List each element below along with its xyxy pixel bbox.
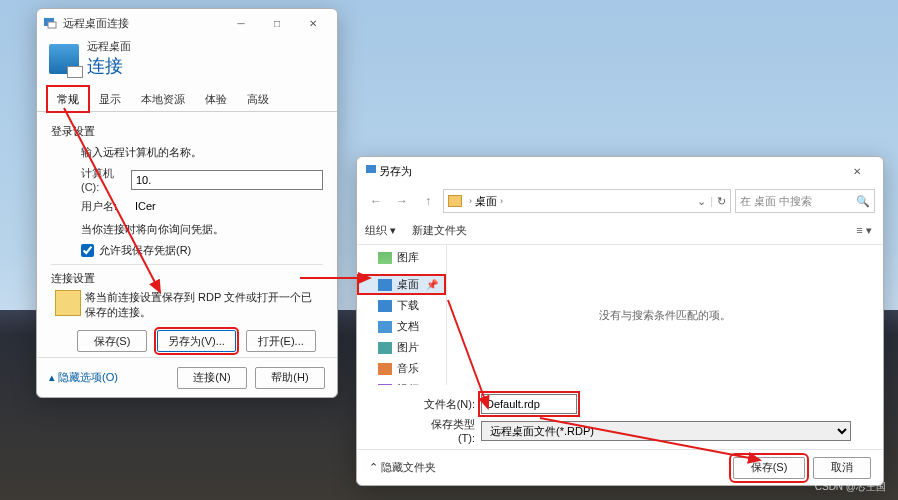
divider: [51, 264, 323, 265]
hide-options-toggle[interactable]: ▴ 隐藏选项(O): [49, 370, 169, 385]
rdp-logo-icon: [49, 44, 79, 74]
saveas-cancel-button[interactable]: 取消: [813, 457, 871, 479]
help-button[interactable]: 帮助(H): [255, 367, 325, 389]
login-section-label: 登录设置: [51, 124, 323, 139]
rdp-header: 远程桌面 连接: [37, 37, 337, 86]
sidebar-item-gallery[interactable]: 图库: [357, 247, 446, 268]
empty-message: 没有与搜索条件匹配的项。: [599, 308, 731, 323]
saveas-toolbar: 组织 ▾ 新建文件夹 ≡ ▾: [357, 217, 883, 245]
new-folder-button[interactable]: 新建文件夹: [412, 223, 467, 238]
saveas-save-button[interactable]: 保存(S): [733, 457, 805, 479]
save-cred-checkbox[interactable]: [81, 244, 94, 257]
folder-icon: [55, 290, 81, 316]
filetype-label: 保存类型(T):: [415, 417, 475, 444]
search-input[interactable]: 在 桌面 中搜索 🔍: [735, 189, 875, 213]
tab-general[interactable]: 常规: [47, 86, 89, 112]
saveas-file-list[interactable]: 没有与搜索条件匹配的项。: [447, 245, 883, 385]
rdp-tabs: 常规 显示 本地资源 体验 高级: [37, 86, 337, 112]
close-button[interactable]: ✕: [295, 11, 331, 35]
rdp-titlebar[interactable]: 远程桌面连接 ─ □ ✕: [37, 9, 337, 37]
chevron-down-icon[interactable]: ⌄: [697, 195, 706, 208]
filename-label: 文件名(N):: [415, 397, 475, 412]
tab-advanced[interactable]: 高级: [237, 86, 279, 112]
rdp-footer: ▴ 隐藏选项(O) 连接(N) 帮助(H): [37, 357, 337, 397]
minimize-button[interactable]: ─: [223, 11, 259, 35]
rdp-window: 远程桌面连接 ─ □ ✕ 远程桌面 连接 常规 显示 本地资源 体验 高级 登录…: [36, 8, 338, 398]
chevron-right-icon: ›: [500, 196, 503, 206]
chevron-up-icon: ▴: [49, 371, 55, 384]
saveas-close-button[interactable]: ✕: [839, 159, 875, 183]
conn-section-label: 连接设置: [51, 271, 323, 286]
computer-input[interactable]: 10.: [131, 170, 323, 190]
search-icon: 🔍: [856, 195, 870, 208]
chevron-up-icon: ⌃: [369, 461, 378, 474]
tab-display[interactable]: 显示: [89, 86, 131, 112]
chevron-right-icon: ›: [469, 196, 472, 206]
forward-button[interactable]: →: [391, 190, 413, 212]
sidebar-item-music[interactable]: 音乐: [357, 358, 446, 379]
saveas-title-text: 另存为: [379, 164, 412, 179]
svg-rect-1: [48, 22, 56, 28]
watermark: CSDN @芯王国: [815, 480, 886, 494]
view-mode-button[interactable]: ≡ ▾: [853, 221, 875, 241]
username-label: 用户名:: [81, 199, 131, 214]
refresh-icon[interactable]: ↻: [717, 195, 726, 208]
saveas-app-icon: [365, 163, 379, 179]
rdp-body: 登录设置 输入远程计算机的名称。 计算机(C): 10. 用户名: 当你连接时将…: [37, 112, 337, 357]
filename-input[interactable]: [481, 394, 577, 414]
username-value: [131, 196, 323, 216]
maximize-button[interactable]: □: [259, 11, 295, 35]
organize-menu[interactable]: 组织 ▾: [365, 223, 396, 238]
save-cred-row[interactable]: 允许我保存凭据(R): [81, 243, 323, 258]
folder-icon: [448, 195, 462, 207]
saveas-sidebar[interactable]: 图库 桌面📌 下载 文档 图片 音乐 视频 ›大理20240212: [357, 245, 447, 385]
tab-experience[interactable]: 体验: [195, 86, 237, 112]
connect-button[interactable]: 连接(N): [177, 367, 247, 389]
conn-hint: 将当前连接设置保存到 RDP 文件或打开一个已保存的连接。: [85, 290, 323, 320]
crumb-desktop[interactable]: 桌面: [475, 194, 497, 209]
rdp-title-text: 远程桌面连接: [63, 16, 129, 31]
filetype-select[interactable]: 远程桌面文件(*.RDP): [481, 421, 851, 441]
sidebar-item-desktop[interactable]: 桌面📌: [357, 274, 446, 295]
cred-hint: 当你连接时将向你询问凭据。: [81, 222, 323, 237]
sidebar-item-documents[interactable]: 文档: [357, 316, 446, 337]
save-cred-label: 允许我保存凭据(R): [99, 243, 191, 258]
open-button[interactable]: 打开(E)...: [246, 330, 316, 352]
saveas-fields: 文件名(N): 保存类型(T): 远程桌面文件(*.RDP): [357, 385, 883, 449]
back-button[interactable]: ←: [365, 190, 387, 212]
sidebar-item-downloads[interactable]: 下载: [357, 295, 446, 316]
saveas-content: 图库 桌面📌 下载 文档 图片 音乐 视频 ›大理20240212 没有与搜索条…: [357, 245, 883, 385]
saveas-titlebar[interactable]: 另存为 ✕: [357, 157, 883, 185]
saveas-window: 另存为 ✕ ← → ↑ › 桌面 › ⌄ | ↻ 在 桌面 中搜索 🔍 组织 ▾…: [356, 156, 884, 486]
breadcrumb[interactable]: › 桌面 › ⌄ | ↻: [443, 189, 731, 213]
save-button[interactable]: 保存(S): [77, 330, 147, 352]
computer-label: 计算机(C):: [81, 166, 131, 193]
saveas-nav: ← → ↑ › 桌面 › ⌄ | ↻ 在 桌面 中搜索 🔍: [357, 185, 883, 217]
rdp-main-title: 连接: [87, 54, 131, 78]
up-button[interactable]: ↑: [417, 190, 439, 212]
saveas-footer: ⌃ 隐藏文件夹 保存(S) 取消: [357, 449, 883, 485]
tab-local-resources[interactable]: 本地资源: [131, 86, 195, 112]
login-hint: 输入远程计算机的名称。: [81, 145, 323, 160]
hide-folders-toggle[interactable]: ⌃ 隐藏文件夹: [369, 460, 725, 475]
rdp-subtitle: 远程桌面: [87, 39, 131, 54]
svg-rect-2: [366, 165, 376, 173]
rdp-app-icon: [43, 16, 57, 30]
save-as-button[interactable]: 另存为(V)...: [157, 330, 236, 352]
sidebar-item-pictures[interactable]: 图片: [357, 337, 446, 358]
